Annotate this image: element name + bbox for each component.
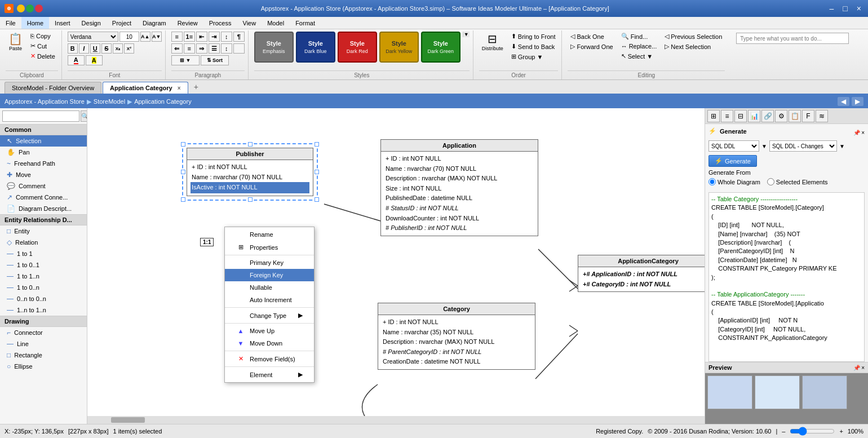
style-darkyellow-button[interactable]: Style Dark Yellow [379, 32, 419, 63]
previous-selection-button[interactable]: ◁ Previous Selection [662, 32, 725, 41]
generate-ddl-select[interactable]: SQL DDL [708, 140, 759, 152]
shading-button[interactable] [233, 43, 245, 54]
superscript-button[interactable]: X² [124, 43, 134, 54]
ctx-properties[interactable]: ⊞ Properties [225, 241, 314, 254]
menu-home[interactable]: Home [21, 17, 49, 29]
style-darkred-button[interactable]: Style Dark Red [338, 32, 377, 63]
highlight-button[interactable]: A [86, 55, 103, 65]
menu-view[interactable]: View [237, 17, 262, 29]
appcategory-entity[interactable]: ApplicationCategory +# ApplicationID : i… [578, 255, 705, 292]
tab-close-icon[interactable]: × [178, 85, 181, 91]
tool-line[interactable]: — Line [0, 338, 87, 349]
find-button[interactable]: 🔍 Find... [618, 32, 660, 41]
styles-overflow-button[interactable]: ▼ [463, 32, 470, 37]
cut-button[interactable]: ✂ Cut [28, 41, 58, 51]
numbering-button[interactable]: 1≡ [184, 32, 195, 42]
rp-btn-8[interactable]: F [802, 110, 814, 122]
breadcrumb-back-button[interactable]: ◀ [838, 97, 849, 106]
left-search-button[interactable]: 🔍 [81, 110, 87, 122]
tool-move[interactable]: ✚ Move [0, 169, 87, 180]
sort-button[interactable]: ⇅ Sort [201, 55, 229, 65]
font-color-button[interactable]: A [68, 55, 85, 65]
select-button[interactable]: ↖ Select ▼ [618, 51, 660, 61]
menu-diagram[interactable]: Diagram [137, 17, 172, 29]
underline-button[interactable]: U [90, 43, 100, 54]
canvas-area[interactable]: Publisher + ID : int NOT NULL Name : nva… [87, 108, 705, 424]
strikethrough-button[interactable]: S [101, 43, 112, 54]
section-drawing[interactable]: Drawing [0, 316, 87, 327]
decrease-indent-button[interactable]: ⇤ [196, 32, 207, 42]
italic-button[interactable]: I [79, 43, 89, 54]
bullets-button[interactable]: ≡ [171, 32, 183, 42]
code-area[interactable]: -- Table Category ------------------ CRE… [708, 192, 865, 362]
category-entity[interactable]: Category + ID : int NOT NULL Name : nvar… [378, 303, 535, 370]
generate-pin-button[interactable]: 📌 [853, 130, 860, 136]
resize-handle-mr[interactable] [315, 170, 319, 174]
para-pilcrow-button[interactable]: ¶ [233, 32, 245, 42]
align-left-button[interactable]: ⇐ [171, 43, 183, 54]
group-button[interactable]: ⊞ Group ▼ [508, 52, 559, 61]
radio-selected-elements[interactable]: Selected Elements [767, 178, 828, 185]
rp-btn-4[interactable]: 📊 [748, 110, 760, 122]
resize-handle-tr[interactable] [315, 142, 319, 147]
align-right-button[interactable]: ⇒ [196, 43, 207, 54]
tool-pan[interactable]: ✋ Pan [0, 147, 87, 158]
tool-comment-connector[interactable]: ↗ Comment Conne... [0, 192, 87, 203]
increase-indent-button[interactable]: ⇥ [209, 32, 220, 42]
preview-close-button[interactable]: × [861, 365, 865, 371]
rp-btn-1[interactable]: ⊞ [707, 110, 720, 122]
radio-selected-elements-input[interactable] [767, 178, 774, 185]
bring-to-front-button[interactable]: ⬆ Bring to Front [508, 32, 559, 41]
preview-thumb-2[interactable] [755, 375, 800, 409]
forward-one-button[interactable]: ▷ Forward One [568, 42, 615, 51]
next-selection-button[interactable]: ▷ Next Selection [662, 42, 725, 51]
breadcrumb-item-2[interactable]: StoreModel [94, 98, 125, 105]
rp-btn-9[interactable]: ≋ [816, 110, 828, 122]
tool-comment[interactable]: 💬 Comment [0, 180, 87, 192]
win-minimize-button[interactable]: – [827, 4, 836, 13]
font-family-select[interactable]: Verdana [68, 32, 118, 42]
style-darkgreen-button[interactable]: Style Dark Green [421, 32, 460, 63]
rp-btn-2[interactable]: ≡ [721, 110, 733, 122]
menu-design[interactable]: Design [76, 17, 107, 29]
radio-whole-diagram[interactable]: Whole Diagram [708, 178, 760, 185]
win-restore-button[interactable]: □ [840, 4, 849, 13]
tool-0nto0n[interactable]: — 0..n to 0..n [0, 293, 87, 304]
replace-button[interactable]: ↔ Replace... [618, 42, 660, 51]
radio-whole-diagram-input[interactable] [708, 178, 716, 185]
tool-relation[interactable]: ◇ Relation [0, 237, 87, 248]
paste-button[interactable]: 📋 Paste [6, 32, 25, 62]
menu-project[interactable]: Project [107, 17, 137, 29]
tool-1nto1n[interactable]: — 1..n to 1..n [0, 304, 87, 316]
ctx-element[interactable]: Element ▶ [225, 368, 314, 381]
win-close-button[interactable]: × [854, 4, 863, 13]
menu-file[interactable]: File [0, 17, 21, 29]
distribute-button[interactable]: ⊟ Distribute [479, 32, 506, 53]
font-size-increase-button[interactable]: A▲ [140, 32, 150, 42]
section-common[interactable]: Common [0, 124, 87, 135]
generate-button[interactable]: ⚡ Generate [708, 155, 757, 167]
ribbon-search-input[interactable] [736, 33, 849, 44]
tool-connector[interactable]: ⌐ Connector [0, 327, 87, 338]
resize-handle-br[interactable] [315, 197, 319, 202]
subscript-button[interactable]: X₂ [113, 43, 123, 54]
para-sort-button[interactable]: ↕ [221, 32, 232, 42]
ctx-movedown[interactable]: ▼ Move Down [225, 337, 314, 349]
copy-button[interactable]: ⎘ Copy [28, 32, 58, 41]
ctx-rename[interactable]: Rename [225, 228, 314, 241]
font-size-input[interactable] [119, 32, 139, 42]
preview-thumb-1[interactable] [707, 375, 752, 409]
tool-freehand[interactable]: ~ Freehand Path [0, 158, 87, 169]
menu-review[interactable]: Review [172, 17, 203, 29]
menu-process[interactable]: Process [203, 17, 237, 29]
line-spacing-button[interactable]: ↕ [221, 43, 232, 54]
generate-changes-select[interactable]: SQL DDL - Changes [769, 140, 837, 152]
canvas-scrollbar-thumb[interactable] [111, 417, 145, 423]
breadcrumb-forward-button[interactable]: ▶ [852, 97, 863, 106]
resize-handle-tc[interactable] [248, 142, 253, 147]
menu-model[interactable]: Model [262, 17, 290, 29]
rp-btn-7[interactable]: 📋 [789, 110, 801, 122]
ctx-primarykey[interactable]: Primary Key [225, 256, 314, 269]
justify-button[interactable]: ☰ [209, 43, 220, 54]
rp-btn-3[interactable]: ⊟ [734, 110, 747, 122]
